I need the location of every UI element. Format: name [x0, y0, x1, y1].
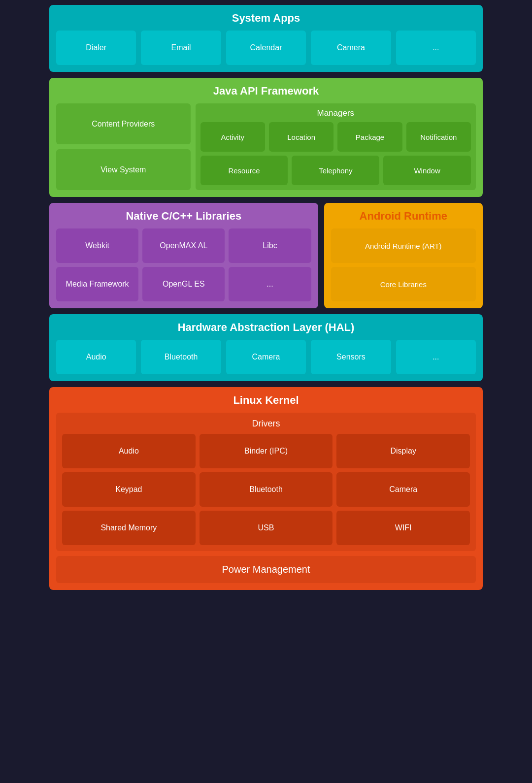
content-providers-box: Content Providers [56, 103, 191, 144]
linux-kernel-layer: Linux Kernel Drivers Audio Binder (IPC) … [49, 387, 483, 590]
linux-kernel-title: Linux Kernel [56, 394, 476, 407]
system-apps-layer: System Apps Dialer Email Calendar Camera… [49, 5, 483, 72]
manager-resource: Resource [200, 156, 288, 185]
system-apps-dialer: Dialer [56, 31, 136, 65]
openmax-box: OpenMAX AL [142, 228, 225, 263]
system-apps-camera: Camera [311, 31, 391, 65]
driver-camera: Camera [336, 472, 470, 507]
manager-window: Window [383, 156, 471, 185]
native-cpp-title: Native C/C++ Libraries [56, 210, 311, 223]
power-management-box: Power Management [56, 556, 476, 583]
driver-shared-memory: Shared Memory [62, 511, 196, 545]
hal-more: ... [396, 340, 476, 374]
java-api-right: Managers Activity Location Package Notif… [196, 103, 476, 190]
view-system-box: View System [56, 149, 191, 190]
managers-row-1: Activity Location Package Notification [200, 122, 471, 152]
managers-title: Managers [200, 108, 471, 118]
android-runtime-title: Android Runtime [331, 210, 476, 223]
managers-grid: Activity Location Package Notification R… [200, 122, 471, 185]
manager-package: Package [337, 122, 402, 152]
system-apps-more: ... [396, 31, 476, 65]
manager-telephony: Telephony [292, 156, 379, 185]
media-framework-box: Media Framework [56, 267, 138, 301]
hal-boxes: Audio Bluetooth Camera Sensors ... [56, 340, 476, 374]
managers-row-2: Resource Telephony Window [200, 156, 471, 185]
manager-notification: Notification [406, 122, 471, 152]
drivers-grid: Audio Binder (IPC) Display Keypad Blueto… [62, 434, 470, 545]
drivers-row-2: Keypad Bluetooth Camera [62, 472, 470, 507]
java-api-left: Content Providers View System [56, 103, 191, 190]
native-runtime-row: Native C/C++ Libraries Webkit OpenMAX AL… [49, 203, 483, 308]
driver-usb: USB [200, 511, 333, 545]
libc-box: Libc [229, 228, 311, 263]
driver-keypad: Keypad [62, 472, 196, 507]
driver-wifi: WIFI [336, 511, 470, 545]
native-cpp-row-2: Media Framework OpenGL ES ... [56, 267, 311, 301]
drivers-title: Drivers [62, 419, 470, 429]
system-apps-email: Email [141, 31, 221, 65]
hal-camera: Camera [226, 340, 306, 374]
manager-activity: Activity [200, 122, 265, 152]
opengl-box: OpenGL ES [142, 267, 225, 301]
drivers-row-3: Shared Memory USB WIFI [62, 511, 470, 545]
java-api-title: Java API Framework [56, 85, 476, 98]
hal-sensors: Sensors [311, 340, 391, 374]
android-runtime-layer: Android Runtime Android Runtime (ART) Co… [324, 203, 483, 308]
drivers-section: Drivers Audio Binder (IPC) Display Keypa… [56, 413, 476, 551]
java-api-layer: Java API Framework Content Providers Vie… [49, 78, 483, 197]
native-cpp-grid: Webkit OpenMAX AL Libc Media Framework O… [56, 228, 311, 301]
native-cpp-row-1: Webkit OpenMAX AL Libc [56, 228, 311, 263]
webkit-box: Webkit [56, 228, 138, 263]
core-libraries-box: Core Libraries [331, 267, 476, 301]
driver-binder: Binder (IPC) [200, 434, 333, 468]
drivers-row-1: Audio Binder (IPC) Display [62, 434, 470, 468]
native-cpp-layer: Native C/C++ Libraries Webkit OpenMAX AL… [49, 203, 318, 308]
hal-bluetooth: Bluetooth [141, 340, 221, 374]
native-more-box: ... [229, 267, 311, 301]
hal-audio: Audio [56, 340, 136, 374]
system-apps-title: System Apps [56, 12, 476, 25]
system-apps-boxes: Dialer Email Calendar Camera ... [56, 31, 476, 65]
driver-display: Display [336, 434, 470, 468]
driver-audio: Audio [62, 434, 196, 468]
art-box: Android Runtime (ART) [331, 228, 476, 263]
android-runtime-boxes: Android Runtime (ART) Core Libraries [331, 228, 476, 301]
hal-title: Hardware Abstraction Layer (HAL) [56, 321, 476, 334]
hal-layer: Hardware Abstraction Layer (HAL) Audio B… [49, 314, 483, 381]
manager-location: Location [269, 122, 333, 152]
system-apps-calendar: Calendar [226, 31, 306, 65]
driver-bluetooth: Bluetooth [200, 472, 333, 507]
java-api-inner: Content Providers View System Managers A… [56, 103, 476, 190]
